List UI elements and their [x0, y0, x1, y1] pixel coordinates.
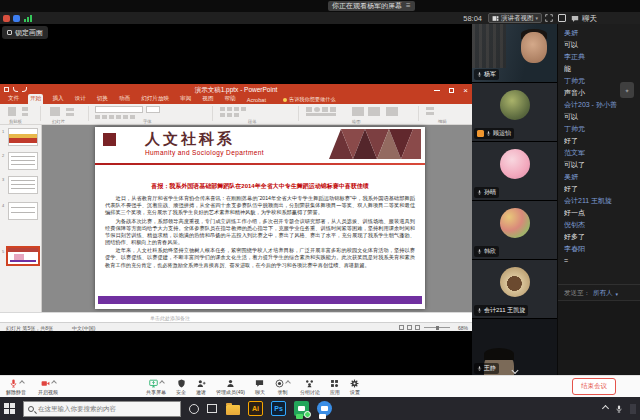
apps-button[interactable]: 应用: [330, 378, 340, 395]
tab-insert[interactable]: 插入: [50, 94, 65, 104]
participant-tile[interactable]: 孙晴: [472, 142, 557, 200]
slide-thumbnail[interactable]: [8, 176, 38, 194]
lock-view-button[interactable]: 锁定画面: [2, 26, 48, 39]
chat-message: 能: [564, 63, 638, 75]
slide-thumbnail-selected[interactable]: [6, 246, 40, 266]
slide-body-text: 近日，从省教育厅和省学生体育协会传来喜讯：在刚刚落幕的“2014年全省大中专学生…: [105, 195, 415, 270]
apps-grid-icon: [330, 379, 339, 388]
maximize-icon[interactable]: [449, 88, 454, 93]
tab-transitions[interactable]: 切换: [95, 94, 110, 104]
tray-mic-icon[interactable]: [615, 405, 623, 413]
manage-members-button[interactable]: 管理成员(49): [216, 378, 245, 395]
tell-me-box[interactable]: 告诉我你想要做什么: [281, 95, 338, 104]
start-button[interactable]: [4, 403, 15, 414]
chevron-up-icon[interactable]: [159, 380, 165, 386]
chevron-up-icon[interactable]: [19, 380, 25, 386]
task-view-icon[interactable]: [207, 404, 217, 413]
tab-slideshow[interactable]: 幻灯片放映: [139, 94, 171, 104]
chevron-up-icon[interactable]: [51, 380, 57, 386]
record-button[interactable]: 录制: [275, 378, 290, 395]
end-meeting-button[interactable]: 结束会议: [572, 378, 616, 395]
slide-thumbnail[interactable]: [8, 202, 38, 220]
file-explorer-icon[interactable]: [226, 405, 240, 415]
invite-button[interactable]: 邀请: [196, 378, 206, 395]
chevron-up-icon[interactable]: [285, 380, 291, 386]
new-slide-icon[interactable]: [50, 107, 60, 116]
chat-button[interactable]: 聊天: [255, 378, 265, 395]
chat-floating-badge[interactable]: ✦: [620, 82, 634, 98]
search-input[interactable]: [38, 405, 168, 412]
ppt-status-bar: 幻灯片 第5张，共8张 中文(中国) 68%: [0, 322, 472, 331]
close-icon[interactable]: ×: [463, 87, 468, 94]
speaker-status-icon[interactable]: [13, 15, 20, 22]
participant-tile[interactable]: 韩欣: [472, 201, 557, 259]
participant-tile[interactable]: 顾运怡: [472, 83, 557, 141]
taskbar-search[interactable]: [23, 401, 181, 417]
participant-tile[interactable]: 会计211 王凯旋: [472, 260, 557, 318]
minimize-icon[interactable]: [434, 90, 440, 91]
tab-animations[interactable]: 动画: [117, 94, 132, 104]
chat-sender: 丁帅元: [564, 123, 638, 135]
chat-input-area[interactable]: [558, 300, 640, 375]
mic-icon: [486, 131, 491, 136]
illustrator-icon[interactable]: Ai: [248, 401, 263, 416]
tray-expand-icon[interactable]: [602, 405, 609, 412]
tab-acrobat[interactable]: Acrobat: [245, 96, 268, 104]
fullscreen-icon[interactable]: [545, 14, 553, 22]
security-button[interactable]: 安全: [176, 378, 186, 395]
tab-file[interactable]: 文件: [6, 94, 21, 104]
ppt-body: 1 2 3 4 5 人文社科系 Humanity and Sociology: [0, 125, 472, 312]
group-editing-label: 编辑: [438, 119, 447, 124]
tab-home[interactable]: 开始: [28, 94, 43, 104]
settings-button[interactable]: 设置: [350, 378, 360, 395]
view-mode-label: 演讲者视图: [501, 14, 534, 23]
participant-name-label: 王静: [474, 363, 499, 374]
tab-design[interactable]: 设计: [73, 94, 88, 104]
tab-view[interactable]: 视图: [200, 94, 215, 104]
chat-sender: 倪钊杰: [564, 219, 638, 231]
cortana-icon[interactable]: [189, 404, 199, 414]
font-size-box[interactable]: [146, 106, 160, 113]
chat-sender: 吴妍: [564, 27, 638, 39]
participant-name-label: 杨军: [474, 69, 499, 80]
tab-review[interactable]: 审阅: [178, 94, 193, 104]
viewing-banner[interactable]: 你正在观看杨军的屏幕 ≡: [328, 1, 415, 11]
view-switcher-icons[interactable]: [399, 325, 420, 330]
banner-menu-icon[interactable]: ≡: [406, 2, 411, 10]
shared-screen: 演示文稿1.pptx - PowerPoint × 文件 开始 插入 设计 切换…: [0, 24, 472, 375]
start-video-button[interactable]: 开启视频: [38, 378, 58, 395]
powerpoint-window: 演示文稿1.pptx - PowerPoint × 文件 开始 插入 设计 切换…: [0, 84, 472, 331]
green-app-icon[interactable]: [294, 401, 309, 416]
tray-partial-icon[interactable]: [630, 404, 636, 414]
view-mode-button[interactable]: 演讲者视图 ▾: [488, 13, 542, 23]
send-to-row: 发送至： 所有人 ▾: [558, 284, 640, 298]
unmute-button[interactable]: 解除静音: [6, 378, 26, 395]
chat-message-list[interactable]: 吴妍 可以 李正典 能 丁帅元 声音小 会计203 - 孙小善 可以 丁帅元 好…: [564, 27, 638, 267]
paste-icon[interactable]: [8, 107, 16, 116]
ppt-notes-pane[interactable]: 单击此处添加备注: [0, 312, 472, 322]
participant-tile[interactable]: 王静: [472, 319, 557, 376]
slide-thumbnail[interactable]: [8, 152, 38, 170]
share-screen-button[interactable]: 共享屏幕: [146, 378, 166, 395]
participant-name-label: 顾运怡: [474, 128, 514, 139]
chat-sender: 李春阳: [564, 243, 638, 255]
header-mosaic-graphic: [329, 129, 421, 159]
font-name-box[interactable]: [95, 106, 143, 113]
send-to-selector[interactable]: 所有人: [593, 289, 613, 298]
slide-thumbnail[interactable]: [8, 128, 38, 146]
gear-icon: [350, 379, 359, 388]
participant-tile[interactable]: 杨军: [472, 24, 557, 82]
zoom-slider-knob[interactable]: [436, 326, 439, 330]
photoshop-icon[interactable]: Ps: [271, 401, 286, 416]
mic-status-icon[interactable]: [3, 15, 10, 22]
slide-thumbnail-panel[interactable]: 1 2 3 4 5: [0, 125, 42, 312]
slide-paragraph: 近年来，人文社科系始终坚持立德树人根本任务，紧密围绕学校人才培养目标，广泛开展丰…: [105, 247, 415, 269]
popout-icon[interactable]: [558, 14, 566, 22]
slide-dept-title-en: Humanity and Sociology Department: [145, 149, 264, 156]
avatar: [500, 90, 530, 120]
breakout-rooms-button[interactable]: 分组讨论: [300, 378, 320, 395]
slide-dept-title-cn: 人文社科系: [145, 130, 235, 149]
participant-name-label: 孙晴: [474, 187, 499, 198]
tab-help[interactable]: 帮助: [222, 94, 237, 104]
meeting-app-icon[interactable]: [317, 401, 332, 416]
